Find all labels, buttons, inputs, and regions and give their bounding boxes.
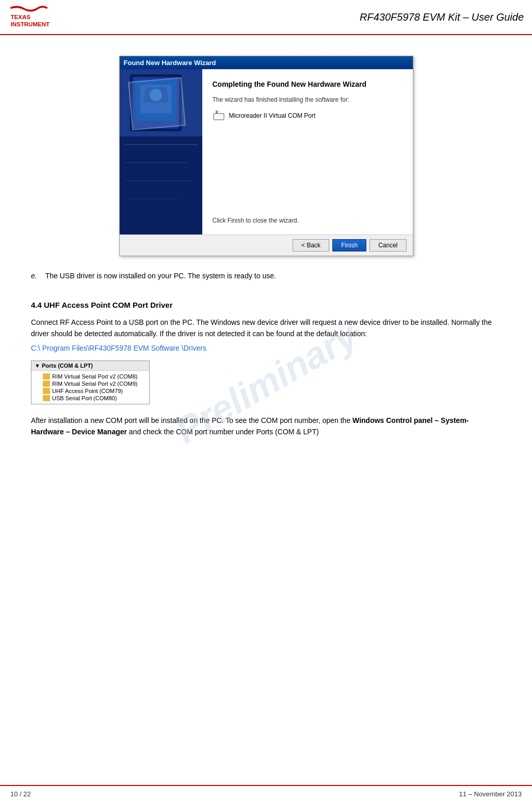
svg-rect-12 — [125, 162, 187, 163]
wizard-device-row: Microreader II Virtual COM Port — [213, 109, 402, 122]
footer-page-number: 10 / 22 — [10, 790, 31, 798]
svg-rect-6 — [135, 80, 176, 121]
logo-area: TEXAS INSTRUMENTS — [8, 4, 50, 30]
page-footer: 10 / 22 11 – November 2013 — [0, 785, 532, 802]
wizard-body: Completing the Found New Hardware Wizard… — [120, 69, 413, 234]
svg-text:INSTRUMENTS: INSTRUMENTS — [10, 21, 50, 27]
wizard-left-svg — [120, 69, 202, 234]
body2-suffix: and check the COM port number under Port… — [127, 428, 319, 436]
back-button[interactable]: < Back — [293, 239, 329, 251]
devmgr-item-label-0: RIM Virtual Serial Port v2 (COM8) — [52, 373, 137, 380]
wizard-spacer — [213, 128, 402, 211]
cancel-button[interactable]: Cancel — [369, 239, 406, 251]
svg-text:TEXAS: TEXAS — [10, 14, 30, 20]
wizard-footer: < Back Finish Cancel — [120, 234, 413, 256]
body2-prefix: After installation a new COM port will b… — [31, 416, 352, 424]
svg-point-9 — [150, 89, 162, 101]
port-icon-2 — [43, 388, 50, 394]
section-44-body2: After installation a new COM port will b… — [31, 415, 501, 438]
svg-marker-8 — [143, 87, 169, 103]
wizard-right-panel: Completing the Found New Hardware Wizard… — [202, 69, 413, 234]
wizard-subtext: The wizard has finished installing the s… — [213, 96, 402, 103]
footer-date: 11 – November 2013 — [459, 790, 522, 798]
header-title: RF430F5978 EVM Kit – User Guide — [360, 11, 524, 23]
step-e-label: e. — [31, 272, 37, 280]
devmgr-titlebar: ▼ Ports (COM & LPT) — [31, 361, 149, 371]
wizard-window: Found New Hardware Wizard — [119, 56, 413, 256]
step-e-row: e. The USB driver is now installed on yo… — [31, 272, 501, 280]
devmgr-item-label-3: USB Serial Port (COM80) — [52, 395, 117, 401]
devmgr-window: ▼ Ports (COM & LPT) RIM Virtual Serial P… — [31, 360, 150, 404]
svg-rect-7 — [140, 85, 171, 113]
wizard-titlebar: Found New Hardware Wizard — [120, 56, 413, 69]
svg-rect-13 — [125, 180, 192, 181]
main-content: Found New Hardware Wizard — [0, 35, 532, 448]
wizard-left-graphic — [120, 69, 202, 234]
port-icon-3 — [43, 395, 50, 401]
section-44-body1: Connect RF Access Point to a USB port on… — [31, 317, 501, 340]
finish-button[interactable]: Finish — [332, 239, 366, 251]
svg-rect-14 — [125, 198, 176, 199]
wizard-device-name: Microreader II Virtual COM Port — [229, 112, 316, 119]
wizard-finish-text: Click Finish to close the wizard. — [213, 217, 402, 224]
devmgr-screenshot: ▼ Ports (COM & LPT) RIM Virtual Serial P… — [31, 360, 501, 404]
svg-rect-11 — [125, 144, 197, 145]
file-path: C:\ Program Files\RF430F5978 EVM Softwar… — [31, 344, 501, 352]
devmgr-tree: RIM Virtual Serial Port v2 (COM8) RIM Vi… — [31, 371, 149, 404]
devmgr-item-label-2: UHF Access Point (COM79) — [52, 388, 123, 394]
section-44-heading: 4.4 UHF Access Point COM Port Driver — [31, 301, 501, 309]
ti-logo-icon: TEXAS INSTRUMENTS — [8, 4, 50, 30]
svg-rect-17 — [217, 112, 220, 112]
page-header: TEXAS INSTRUMENTS RF430F5978 EVM Kit – U… — [0, 0, 532, 35]
port-icon-1 — [43, 381, 50, 387]
svg-rect-5 — [133, 77, 179, 129]
devmgr-item-label-1: RIM Virtual Serial Port v2 (COM9) — [52, 381, 137, 387]
wizard-screenshot: Found New Hardware Wizard — [31, 56, 501, 256]
svg-rect-10 — [120, 136, 202, 234]
devmgr-item-3: USB Serial Port (COM80) — [35, 395, 146, 402]
devmgr-item-1: RIM Virtual Serial Port v2 (COM9) — [35, 380, 146, 387]
devmgr-item-2: UHF Access Point (COM79) — [35, 387, 146, 395]
step-e-text: The USB driver is now installed on your … — [45, 272, 276, 280]
devmgr-group-label: Ports (COM & LPT) — [42, 363, 93, 369]
expand-arrow: ▼ — [35, 363, 40, 369]
wizard-heading: Completing the Found New Hardware Wizard — [213, 80, 402, 90]
svg-rect-4 — [130, 74, 182, 131]
devmgr-item-0: RIM Virtual Serial Port v2 (COM8) — [35, 373, 146, 380]
wizard-left-panel — [120, 69, 202, 234]
port-icon-0 — [43, 373, 50, 380]
device-icon — [213, 109, 225, 122]
